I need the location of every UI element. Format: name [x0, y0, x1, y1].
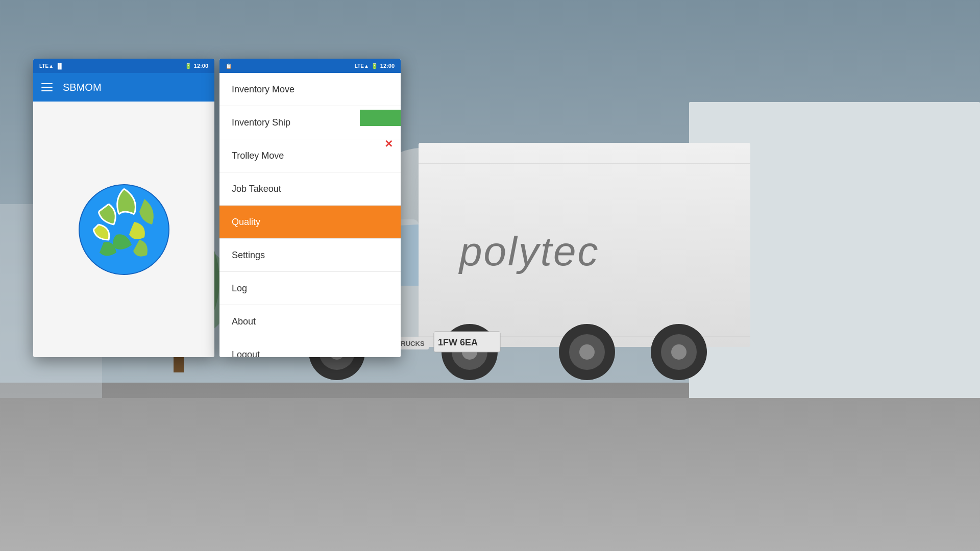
status-bar-1: LTE▲ ▐▌ 🔋 12:00 — [33, 59, 214, 73]
app-logo-globe — [78, 184, 170, 276]
app-title: SBMOM — [63, 82, 102, 93]
status-bar-2: 📋 LTE▲ 🔋 12:00 — [219, 59, 401, 73]
hamburger-menu-icon[interactable] — [41, 83, 53, 91]
signal-bars: ▐▌ — [56, 63, 64, 69]
battery-icon: 🔋 — [185, 63, 192, 69]
svg-text:polytec: polytec — [458, 229, 599, 274]
sim-icon: 📋 — [226, 63, 232, 69]
svg-text:1FW 6EA: 1FW 6EA — [438, 337, 478, 347]
svg-point-23 — [671, 344, 687, 360]
status-right: 🔋 12:00 — [185, 63, 208, 69]
menu-item-quality[interactable]: Quality — [219, 206, 401, 239]
menu-item-inventory-move[interactable]: Inventory Move — [219, 73, 401, 106]
bg-green-bar — [360, 110, 401, 126]
status-right-2: LTE▲ 🔋 12:00 — [355, 63, 395, 69]
menu-item-log[interactable]: Log — [219, 272, 401, 305]
phone-menu-screen: 📋 LTE▲ 🔋 12:00 ✕ Inventory Move Inventor… — [219, 59, 401, 357]
menu-item-settings[interactable]: Settings — [219, 239, 401, 272]
hamburger-line-1 — [41, 83, 53, 84]
menu-item-trolley-move[interactable]: Trolley Move — [219, 139, 401, 172]
app-toolbar-1: SBMOM — [33, 73, 214, 102]
main-content-area — [33, 102, 214, 357]
time-display-2: 12:00 — [380, 63, 395, 69]
svg-rect-1 — [0, 383, 980, 551]
time-display-1: 12:00 — [194, 63, 208, 69]
hamburger-line-2 — [41, 87, 53, 88]
menu-item-job-takeout[interactable]: Job Takeout — [219, 172, 401, 206]
status-signal-left-2: 📋 — [226, 63, 232, 69]
svg-point-20 — [579, 344, 595, 360]
signal-icon: LTE▲ — [39, 63, 54, 69]
signal-icon-2: LTE▲ — [355, 63, 369, 69]
status-signal-left: LTE▲ ▐▌ — [39, 63, 64, 69]
hamburger-line-3 — [41, 90, 53, 91]
bg-close-x: ✕ — [384, 138, 393, 150]
menu-item-about[interactable]: About — [219, 305, 401, 338]
battery-icon-2: 🔋 — [371, 63, 378, 69]
phone-main-screen: LTE▲ ▐▌ 🔋 12:00 SBMOM — [33, 59, 214, 357]
menu-item-logout[interactable]: Logout — [219, 338, 401, 357]
globe-svg — [78, 184, 170, 276]
